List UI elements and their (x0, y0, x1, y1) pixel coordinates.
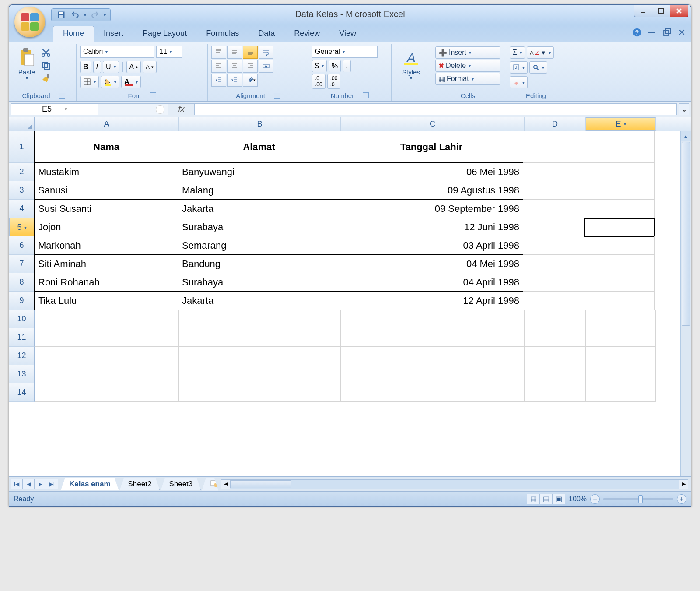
row-header[interactable]: 9 (9, 292, 35, 310)
align-top-button[interactable] (211, 46, 226, 59)
cell-B6[interactable]: Semarang (178, 236, 340, 255)
help-icon[interactable]: ? (632, 28, 642, 37)
formula-input[interactable] (195, 103, 677, 115)
cell-E13[interactable] (586, 365, 656, 383)
sheet-nav-next[interactable]: ▶ (34, 479, 46, 489)
tab-home[interactable]: Home (53, 26, 94, 42)
row-header[interactable]: 3 (9, 181, 35, 200)
tab-page-layout[interactable]: Page Layout (133, 26, 196, 42)
font-color-button[interactable]: A (121, 76, 141, 88)
sheet-tab[interactable]: Kelas enam (61, 478, 119, 490)
row-header[interactable]: 11 (9, 328, 35, 347)
styles-button[interactable]: A Styles ▾ (395, 46, 427, 81)
accounting-format-button[interactable]: $ (312, 60, 327, 72)
sheet-nav-first[interactable]: I◀ (10, 479, 23, 489)
cell-B10[interactable] (179, 310, 341, 328)
delete-cells-button[interactable]: ✖Delete (435, 60, 500, 72)
comma-button[interactable]: , (343, 60, 350, 72)
cell-C3[interactable]: 09 Agustus 1998 (340, 181, 523, 200)
cell-B13[interactable] (179, 365, 341, 383)
number-dialog-launcher[interactable] (363, 92, 369, 98)
expand-formula-bar-icon[interactable]: ⌄ (679, 103, 689, 115)
row-header[interactable]: 2 (9, 163, 35, 181)
align-middle-button[interactable] (227, 46, 242, 59)
find-select-button[interactable] (529, 61, 547, 74)
underline-button[interactable]: U (103, 61, 119, 73)
italic-button[interactable]: I (93, 61, 101, 73)
horizontal-scrollbar[interactable]: ◀ ▶ (221, 479, 688, 489)
cell-D4[interactable] (523, 200, 584, 218)
tab-formulas[interactable]: Formulas (196, 26, 248, 42)
cell-E10[interactable] (586, 310, 656, 328)
cell-A6[interactable]: Markonah (34, 236, 178, 255)
redo-icon[interactable] (90, 10, 100, 20)
format-painter-icon[interactable] (41, 74, 51, 84)
cell-B14[interactable] (179, 383, 341, 402)
merge-center-button[interactable]: a (259, 60, 273, 73)
undo-icon[interactable] (70, 10, 80, 20)
format-cells-button[interactable]: ▦Format (435, 73, 500, 85)
font-name-select[interactable]: Calibri (80, 46, 154, 58)
row-header[interactable]: 4 (9, 200, 35, 218)
cell-D6[interactable] (523, 236, 584, 255)
cell-B11[interactable] (179, 328, 341, 347)
cell-B8[interactable]: Surabaya (178, 273, 340, 292)
cell-D11[interactable] (525, 328, 586, 347)
column-header-B[interactable]: B (179, 117, 341, 131)
sheet-tab[interactable]: Sheet3 (161, 478, 201, 490)
cell-C10[interactable] (341, 310, 525, 328)
view-normal-button[interactable]: ▦ (527, 494, 540, 504)
cut-icon[interactable] (41, 47, 51, 58)
decrease-decimal-button[interactable]: .00.0 (327, 74, 341, 89)
hscroll-thumb[interactable] (230, 480, 291, 488)
column-header-C[interactable]: C (341, 117, 525, 131)
tab-insert[interactable]: Insert (94, 26, 133, 42)
column-header-E[interactable]: E (586, 117, 656, 131)
cell-C13[interactable] (341, 365, 525, 383)
orientation-button[interactable]: ab▾ (243, 74, 258, 87)
cell-B12[interactable] (179, 347, 341, 365)
scroll-up-icon[interactable]: ▲ (681, 131, 691, 141)
row-header[interactable]: 5 (9, 218, 35, 236)
cell-E1[interactable] (584, 131, 654, 163)
autosum-button[interactable]: Σ (510, 46, 525, 59)
increase-indent-button[interactable] (227, 74, 242, 87)
row-header[interactable]: 10 (9, 310, 35, 328)
increase-decimal-button[interactable]: .0.00 (312, 74, 326, 89)
grow-font-button[interactable]: A▴ (126, 61, 141, 73)
cell-A11[interactable] (35, 328, 179, 347)
cell-C6[interactable]: 03 April 1998 (340, 236, 523, 255)
cell-E6[interactable] (584, 236, 654, 255)
cell-C2[interactable]: 06 Mei 1998 (340, 162, 523, 181)
cell-E2[interactable] (584, 163, 654, 181)
cell-D14[interactable] (525, 383, 586, 402)
align-right-button[interactable] (243, 60, 258, 73)
row-header[interactable]: 6 (9, 236, 35, 255)
row-header[interactable]: 14 (9, 383, 35, 402)
cell-A1[interactable]: Nama (34, 131, 178, 163)
cell-A9[interactable]: Tika Lulu (34, 291, 178, 310)
vertical-scrollbar[interactable]: ▲ (680, 131, 691, 476)
cell-B9[interactable]: Jakarta (178, 291, 340, 310)
view-page-break-button[interactable]: ▣ (552, 494, 565, 504)
save-icon[interactable] (56, 10, 66, 20)
alignment-dialog-launcher[interactable] (274, 93, 280, 99)
cell-D5[interactable] (523, 218, 584, 236)
cell-C5[interactable]: 12 Juni 1998 (340, 218, 523, 236)
cell-A5[interactable]: Jojon (34, 218, 178, 236)
cell-C12[interactable] (341, 347, 525, 365)
cell-A14[interactable] (35, 383, 179, 402)
cell-B1[interactable]: Alamat (178, 131, 340, 163)
borders-button[interactable] (80, 76, 99, 88)
cell-E11[interactable] (586, 328, 656, 347)
sheet-nav-last[interactable]: ▶I (46, 479, 58, 489)
shrink-font-button[interactable]: A▾ (143, 61, 157, 73)
cell-D1[interactable] (523, 131, 584, 163)
qat-customize-icon[interactable]: ▾ (104, 13, 106, 18)
tab-view[interactable]: View (329, 26, 366, 42)
row-header[interactable]: 12 (9, 347, 35, 365)
cell-A2[interactable]: Mustakim (34, 162, 178, 181)
font-size-select[interactable]: 11 (156, 46, 182, 58)
cell-A7[interactable]: Siti Aminah (34, 254, 178, 273)
cell-E8[interactable] (584, 273, 654, 292)
